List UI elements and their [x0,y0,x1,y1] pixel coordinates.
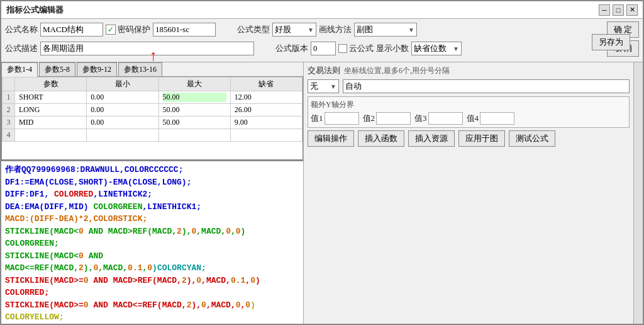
val2-input[interactable] [376,112,411,125]
param-default-1[interactable] [230,91,302,104]
axis-val4-group: 值4 [467,112,515,125]
two-col-layout: 参数1-4 参数5-8 参数9-12 参数13-16 参数 最小 最大 [1,62,643,324]
param-name-2[interactable] [15,104,87,117]
param-max-3[interactable] [158,117,230,129]
tab-params-9-12[interactable]: 参数9-12 [77,62,117,76]
apply-button[interactable]: 应用于图 [458,130,505,147]
formula-type-label: 公式类型 [237,24,270,35]
val1-label: 值1 [311,113,323,124]
param-max-1[interactable] [158,91,230,104]
code-line: STICKLINE(MACD>=0 AND MACD<=REF(MACD,2),… [5,299,299,324]
val2-label: 值2 [363,113,375,124]
table-row: 3 [3,117,303,129]
param-name-4[interactable] [15,129,87,142]
param-name-3[interactable] [15,117,87,129]
param-max-4[interactable] [158,129,230,142]
params-tabs: 参数1-4 参数5-8 参数9-12 参数13-16 [1,62,303,77]
close-button[interactable]: ✕ [626,4,638,16]
col-max: 最大 [158,77,230,91]
code-line: STICKLINE(MACD>=0 AND MACD>REF(MACD,2),0… [5,275,299,299]
version-input[interactable] [311,42,336,55]
cloud-label: 云公式 [349,43,374,54]
right-panel: 交易法则 坐标线位置,最多6个,用分号分隔 无 ▼ 额外Y轴分界 [303,62,633,324]
name-label: 公式名称 [5,24,38,35]
val3-label: 值3 [414,113,427,124]
param-min-3[interactable] [87,117,158,129]
tab-params-5-8[interactable]: 参数5-8 [39,62,75,76]
row-num-3: 3 [3,117,15,129]
axis-val1-group: 值1 [311,112,359,125]
trading-option2-input[interactable] [343,79,630,93]
params-table: 参数 最小 最大 缺省 1 2 3 [2,77,303,142]
formula-type-select[interactable]: 好股 ▼ [272,23,316,37]
password-checkbox-area[interactable]: ✓ 密码保护 [106,24,150,35]
edit-ops-button[interactable]: 编辑操作 [308,130,354,147]
param-default-4[interactable] [230,129,302,142]
insert-func-button[interactable]: 插入函数 [358,130,404,147]
title-buttons: ─ □ ✕ [599,4,638,16]
axis-title: 额外Y轴分界 [311,100,626,110]
insert-res-button[interactable]: 插入资源 [408,130,455,147]
cloud-checkbox[interactable] [338,44,347,53]
trading-options-row: 无 ▼ [308,79,630,93]
table-row: 1 [3,91,303,104]
col-name: 参数 [15,77,87,91]
tab-params-13-16[interactable]: 参数13-16 [118,62,162,76]
col-num [3,77,15,91]
code-line: MACD:(DIFF-DEA)*2,COLORSTICK; [5,213,299,225]
window-title: 指标公式编辑器 [6,4,64,16]
code-line: STICKLINE(DIFF<0 AND CROSS(DIFF,DEA),DEA… [5,324,299,324]
left-panel: 参数1-4 参数5-8 参数9-12 参数13-16 参数 最小 最大 [1,62,303,324]
param-default-2[interactable] [230,104,302,117]
password-input[interactable] [153,23,216,37]
params-table-wrapper: 参数 最小 最大 缺省 1 2 3 [1,77,303,160]
col-min: 最小 [87,77,158,91]
code-line: DEA:EMA(DIFF,MID) COLORGREEN,LINETHICK1; [5,201,299,214]
code-area[interactable]: 作者QQ799969968:DRAWNULL,COLORCCCCCC;DF1:=… [1,160,303,324]
param-max-2[interactable] [158,104,230,117]
param-name-1[interactable] [15,91,87,104]
trading-label: 交易法则 [308,65,340,76]
param-default-3[interactable] [230,117,302,129]
trading-rule-row: 交易法则 坐标线位置,最多6个,用分号分隔 [308,65,630,76]
row-num-4: 4 [3,129,15,142]
axis-section: 额外Y轴分界 值1 值2 值3 [308,96,630,128]
val1-input[interactable] [325,112,359,125]
code-line: DIFF:DF1, COLORRED,LINETHICK2; [5,188,299,201]
draw-method-arrow: ▼ [408,26,414,33]
table-row: 4 [3,129,303,142]
desc-input[interactable] [40,42,254,55]
minimize-button[interactable]: ─ [599,4,610,16]
val4-input[interactable] [480,112,514,125]
table-row: 2 [3,104,303,117]
code-line: STICKLINE(MACD<0 AND MACD<=REF(MACD,2),0… [5,250,299,275]
col-default: 缺省 [230,77,302,91]
param-min-2[interactable] [87,104,158,117]
tab-params-1-4[interactable]: 参数1-4 [1,62,38,77]
draw-method-select[interactable]: 副图 ▼ [354,23,417,37]
code-line: DF1:=EMA(CLOSE,SHORT)-EMA(CLOSE,LONG); [5,176,299,189]
password-label: 密码保护 [118,24,150,35]
desc-label: 公式描述 [5,43,38,54]
decimals-select[interactable]: 缺省位数 ▼ [411,42,462,55]
formula-type-arrow: ▼ [308,26,314,33]
maximize-button[interactable]: □ [613,4,624,16]
trading-option1-select[interactable]: 无 ▼ [308,79,339,93]
row-num-1: 1 [3,91,15,104]
axis-val2-group: 值2 [363,112,411,125]
title-bar: 指标公式编辑器 ─ □ ✕ [1,1,643,19]
version-label: 公式版本 [275,43,308,54]
code-line: STICKLINE(MACD<0 AND MACD>REF(MACD,2),0,… [5,225,299,250]
main-window: 指标公式编辑器 ─ □ ✕ 公式名称 ✓ 密码保护 公式类型 好股 [0,0,644,325]
password-checkbox[interactable]: ✓ [106,25,116,35]
trading-sublabel: 坐标线位置,最多6个,用分号分隔 [344,66,450,76]
scrollbar[interactable] [633,62,643,324]
cloud-check-area: 云公式 [338,43,374,54]
name-input[interactable] [40,23,103,37]
param-min-4[interactable] [87,129,158,142]
param-min-1[interactable] [87,91,158,104]
bottom-buttons: 编辑操作 插入函数 插入资源 应用于图 测试公式 [308,130,630,147]
test-button[interactable]: 测试公式 [509,130,555,147]
val3-input[interactable] [428,112,463,125]
axis-val3-group: 值3 [414,112,463,125]
